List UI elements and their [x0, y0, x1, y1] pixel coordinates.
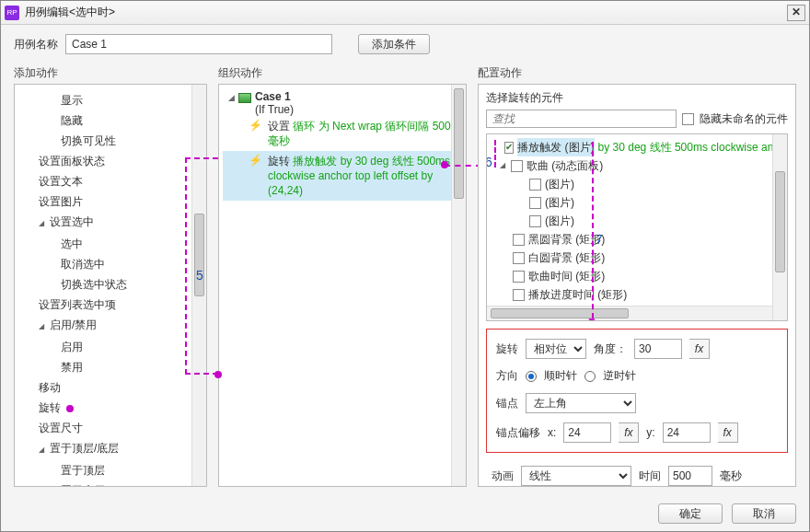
widget-checkbox[interactable]	[529, 215, 541, 227]
ccw-radio[interactable]	[584, 371, 596, 382]
action-tree-item[interactable]: 设置列表选中项	[17, 295, 204, 315]
bolt-icon: ⚡	[249, 119, 262, 148]
widget-row[interactable]: 白圆背景 (矩形)	[489, 249, 785, 267]
widget-checkbox[interactable]: ✔	[504, 142, 514, 154]
case-title: Case 1 (If True)	[255, 90, 294, 116]
anchor-label: 锚点	[496, 396, 518, 411]
widget-checkbox[interactable]	[513, 252, 525, 264]
widget-checkbox[interactable]	[513, 289, 525, 301]
action-tree-item[interactable]: 旋转	[17, 398, 204, 418]
action-tree-item[interactable]: 启用/禁用	[17, 315, 204, 337]
action-tree-item[interactable]: 移动	[17, 377, 204, 398]
add-condition-button[interactable]: 添加条件	[358, 34, 430, 54]
cw-label: 顺时针	[544, 368, 577, 384]
search-row: 隐藏未命名的元件	[479, 110, 795, 133]
action-tree-item[interactable]: 取消选中	[17, 254, 204, 274]
widget-checkbox[interactable]	[513, 234, 525, 246]
angle-label: 角度：	[594, 341, 627, 357]
widget-name: 播放进度时间 (矩形)	[528, 285, 627, 304]
widget-checkbox[interactable]	[513, 271, 525, 283]
scrollbar-y[interactable]	[772, 134, 787, 320]
tri-down-icon: ◢	[228, 93, 235, 102]
rotate-mode-select[interactable]: 相对位	[526, 339, 586, 359]
titlebar: RP 用例编辑<选中时> ✕	[1, 1, 809, 25]
app-logo-icon: RP	[5, 6, 19, 20]
widget-checkbox[interactable]	[529, 197, 541, 209]
window-title: 用例编辑<选中时>	[25, 5, 787, 20]
case-name-input[interactable]	[65, 34, 332, 54]
widget-name: (图片)	[545, 212, 574, 230]
animation-select[interactable]: 线性	[521, 466, 631, 486]
action-tree-item[interactable]: 置于底层	[17, 480, 204, 487]
widget-name: 白圆背景 (矩形)	[528, 249, 605, 267]
action-tree-item[interactable]: 隐藏	[17, 110, 204, 131]
select-widget-label: 选择旋转的元件	[479, 85, 795, 110]
action-tree-item[interactable]: 禁用	[17, 357, 204, 377]
organize-action-header: 组织动作	[218, 64, 467, 84]
ok-button[interactable]: 确定	[658, 503, 723, 524]
scrollbar-y[interactable]	[451, 85, 466, 486]
action-tree-item[interactable]: 切换选中状态	[17, 274, 204, 295]
ccw-label: 逆时针	[603, 368, 636, 384]
action-tree-item[interactable]: 显示	[17, 90, 204, 110]
widget-name: 播放触发 (图片)	[517, 138, 594, 156]
time-input[interactable]	[668, 466, 712, 486]
angle-input[interactable]	[634, 339, 682, 359]
widget-checkbox[interactable]	[511, 160, 523, 172]
offset-y-input[interactable]	[663, 422, 711, 443]
widget-list-inner[interactable]: ✔播放触发 (图片) by 30 deg 线性 500ms clockwise …	[487, 134, 787, 321]
step-1[interactable]: ⚡ 设置 循环 为 Next wrap 循环间隔 500 毫秒	[223, 116, 462, 151]
action-tree-item[interactable]: 切换可见性	[17, 131, 204, 151]
hide-unnamed-checkbox[interactable]	[682, 113, 694, 125]
widget-row[interactable]: 黑圆背景 (矩形)	[489, 230, 785, 249]
widget-row[interactable]: 播放进度时间 (矩形)	[489, 285, 785, 304]
close-button[interactable]: ✕	[787, 5, 805, 21]
action-tree-item[interactable]: 设置选中	[17, 212, 204, 234]
action-tree-item[interactable]: 设置图片	[17, 191, 204, 212]
action-tree-item[interactable]: 设置尺寸	[17, 418, 204, 438]
offset-x-fx-button[interactable]: fx	[619, 422, 639, 443]
widget-row[interactable]: 歌曲时间 (矩形)	[489, 267, 785, 285]
action-tree-item[interactable]: 置于顶层/底层	[17, 438, 204, 460]
action-tree-item[interactable]: 设置文本	[17, 171, 204, 191]
case-icon	[238, 93, 251, 103]
direction-label: 方向	[496, 368, 518, 384]
widget-row[interactable]: (图片)	[489, 212, 785, 230]
widget-search-input[interactable]	[486, 110, 677, 128]
offset-y-fx-button[interactable]: fx	[718, 422, 738, 443]
configure-panel: 选择旋转的元件 隐藏未命名的元件 ✔播放触发 (图片) by 30 deg 线性…	[478, 84, 796, 487]
time-label: 时间	[639, 468, 661, 484]
offset-label: 锚点偏移	[496, 425, 540, 441]
step-2[interactable]: ⚡ 旋转 播放触发 by 30 deg 线性 500ms clockwise a…	[223, 151, 462, 201]
action-tree-item[interactable]: 启用	[17, 337, 204, 357]
offset-x-input[interactable]	[563, 422, 611, 443]
organize-action-column: 组织动作 ◢ Case 1 (If True) ⚡ 设置 循环 为 Next w…	[218, 64, 467, 487]
action-tree-panel: 显示隐藏切换可见性设置面板状态设置文本设置图片设置选中选中取消选中切换选中状态设…	[14, 84, 207, 487]
configure-action-column: 配置动作 选择旋转的元件 隐藏未命名的元件 ✔播放触发 (图片) by 30 d…	[478, 64, 796, 487]
action-tree-item[interactable]: 设置面板状态	[17, 151, 204, 171]
angle-fx-button[interactable]: fx	[689, 339, 710, 359]
dialog-window: RP 用例编辑<选中时> ✕ 用例名称 添加条件 添加动作 显示隐藏切换可见性设…	[0, 0, 810, 532]
add-action-header: 添加动作	[14, 64, 207, 84]
case-header[interactable]: ◢ Case 1 (If True)	[223, 90, 462, 116]
scrollbar-y[interactable]	[191, 85, 206, 486]
animation-label: 动画	[492, 468, 514, 484]
widget-row[interactable]: ✔播放触发 (图片) by 30 deg 线性 500ms clockwise …	[489, 138, 785, 156]
widget-row[interactable]: (图片)	[489, 193, 785, 212]
scrollbar-x[interactable]	[487, 306, 772, 320]
widget-row[interactable]: (图片)	[489, 175, 785, 193]
action-tree-item[interactable]: 选中	[17, 234, 204, 254]
bolt-icon: ⚡	[249, 154, 262, 198]
widget-checkbox[interactable]	[529, 179, 541, 191]
step-2-text: 旋转 播放触发 by 30 deg 线性 500ms clockwise anc…	[268, 154, 460, 198]
cw-radio[interactable]	[526, 371, 537, 382]
action-tree[interactable]: 显示隐藏切换可见性设置面板状态设置文本设置图片设置选中选中取消选中切换选中状态设…	[15, 85, 206, 487]
offset-x-label: x:	[548, 426, 556, 439]
animation-row: 动画 线性 时间 毫秒	[479, 460, 795, 486]
action-tree-item[interactable]: 置于顶层	[17, 460, 204, 480]
case-name-label: 用例名称	[14, 37, 58, 52]
cancel-button[interactable]: 取消	[732, 503, 796, 524]
hide-unnamed-label: 隐藏未命名的元件	[700, 111, 788, 127]
anchor-select[interactable]: 左上角	[526, 393, 636, 413]
widget-row[interactable]: ◢歌曲 (动态面板)	[489, 156, 785, 175]
